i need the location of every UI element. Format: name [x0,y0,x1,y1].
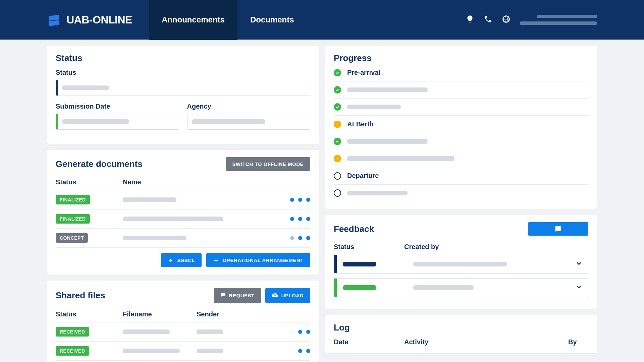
upload-button[interactable]: UPLOAD [265,288,310,303]
feedback-card: Feedback Status Created by [325,215,597,309]
chevron-down-icon [575,260,583,268]
logo-icon [47,13,61,27]
nav-documents[interactable]: Documents [237,0,307,40]
log-col-date: Date [334,338,404,346]
status-badge: FINALIZED [56,214,90,224]
check-icon [334,138,341,145]
feedback-row[interactable] [334,255,588,274]
progress-item [334,133,588,150]
action-dot[interactable] [306,217,310,221]
ssscl-button[interactable]: ＋SSSCL [161,253,202,267]
chevron-down-icon [575,283,583,292]
app-logo[interactable]: UAB-ONLINE [47,13,132,27]
action-dot[interactable] [298,349,302,353]
action-dot[interactable] [298,217,302,221]
status-badge: CONCEPT [56,233,88,243]
table-row: FINALIZED [56,190,310,209]
status-badge: FINALIZED [56,195,90,204]
user-profile[interactable] [520,15,597,25]
status-field-label: Status [56,69,310,76]
circle-icon [334,172,341,180]
progress-item: Departure [334,167,588,184]
warning-icon [334,155,341,162]
shared-col-status: Status [56,310,123,318]
progress-label: Departure [347,172,379,180]
brand-name: UAB-ONLINE [66,14,132,26]
log-col-by: By [568,338,588,346]
table-row: CONCEPT [56,228,310,247]
switch-offline-button[interactable]: SWITCH TO OFFLINE MODE [226,157,310,171]
action-dot[interactable] [290,198,294,202]
status-badge: RECEIVED [56,327,89,337]
plus-icon: ＋ [213,257,219,263]
check-icon [334,86,341,94]
progress-item [334,184,588,201]
submission-field[interactable] [56,114,179,130]
request-button[interactable]: REQUEST [214,288,261,303]
progress-item [334,81,588,98]
shared-col-filename: Filename [123,310,197,318]
submission-label: Submission Date [56,103,179,110]
action-dot[interactable] [306,349,310,353]
progress-label: At Berth [347,120,374,128]
shared-col-sender: Sender [197,310,277,318]
feedback-col-created: Created by [404,243,588,251]
log-col-activity: Activity [404,338,568,346]
feedback-col-status: Status [334,243,404,251]
progress-title: Progress [334,53,588,63]
progress-item: Pre-arrival [334,69,588,81]
feedback-title: Feedback [334,224,374,234]
cloud-upload-icon [272,292,278,299]
action-dot[interactable] [306,198,310,202]
plus-icon: ＋ [168,257,174,263]
action-dot[interactable] [298,198,302,202]
app-header: UAB-ONLINE Announcements Documents [0,0,644,40]
action-dot[interactable] [290,236,294,240]
left-column: Status Status Submission Date Agency [47,46,319,362]
status-field[interactable] [56,80,310,96]
chat-icon [555,226,561,232]
globe-icon[interactable] [502,15,511,25]
progress-card: Progress Pre-arrivalAt BerthDeparture [325,46,597,209]
table-row: RECEIVED [56,341,310,360]
status-card: Status Status Submission Date Agency [47,46,319,144]
table-row: FINALIZED [56,209,310,228]
progress-label: Pre-arrival [347,69,380,76]
warning-icon [334,121,341,128]
gen-col-status: Status [56,178,123,186]
right-column: Progress Pre-arrivalAt BerthDeparture Fe… [325,46,597,353]
status-title: Status [56,53,310,63]
agency-field[interactable] [187,114,311,130]
action-dot[interactable] [306,236,310,240]
phone-icon[interactable] [484,15,492,25]
header-actions [466,15,597,25]
table-row: RECEIVED [56,322,310,341]
nav-announcements[interactable]: Announcements [149,0,237,40]
check-icon [334,69,341,76]
gen-col-name: Name [123,178,263,186]
action-dot[interactable] [298,330,302,334]
generate-card: Generate documents SWITCH TO OFFLINE MOD… [47,150,319,275]
main-nav: Announcements Documents [149,0,307,40]
progress-item: At Berth [334,115,588,133]
feedback-add-button[interactable] [528,222,588,236]
log-title: Log [334,322,588,333]
log-card: Log Date Activity By [325,315,597,353]
progress-item [334,98,588,115]
lightbulb-icon[interactable] [466,15,474,25]
shared-files-card: Shared files REQUEST UPLOAD Status Filen… [47,281,319,362]
action-dot[interactable] [298,236,302,240]
shared-title: Shared files [56,290,105,301]
feedback-row[interactable] [334,278,588,297]
generate-title: Generate documents [56,159,143,169]
chat-icon [220,292,226,299]
action-dot[interactable] [290,217,294,221]
main-content: Status Status Submission Date Agency [0,40,644,362]
action-dot[interactable] [306,330,310,334]
check-icon [334,103,341,111]
agency-label: Agency [187,103,311,110]
circle-icon [334,189,341,197]
operational-arrangement-button[interactable]: ＋OPERATIONAL ARRANGEMENT [206,253,310,267]
table-row: RECEIVED [56,360,310,362]
progress-item [334,150,588,167]
